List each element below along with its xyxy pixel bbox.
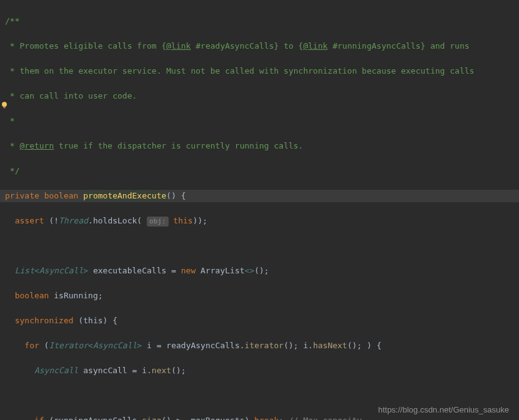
doc-line: */ [0,165,519,177]
code-line [0,389,519,402]
svg-point-0 [2,102,7,107]
param-hint: obj: [147,217,169,227]
code-line: synchronized (this) { [0,315,519,327]
code-line: List<AsyncCall> executableCalls = new Ar… [0,265,519,277]
doc-line: * them on the executor service. Must not… [0,65,519,77]
doc-line: * @return true if the dispatcher is curr… [0,140,519,152]
watermark: https://blog.csdn.net/Genius_sasuke [378,404,509,416]
code-line: assert (!Thread.holdsLock( obj: this)); [0,215,519,227]
doc-line: * [0,115,519,127]
code-editor[interactable]: /** * Promotes eligible calls from {@lin… [0,0,519,420]
code-line: AsyncCall asyncCall = i.next(); [0,364,519,377]
intention-bulb-icon[interactable] [0,101,9,110]
code-line: for (Iterator<AsyncCall> i = readyAsyncC… [0,339,519,352]
code-line: boolean isRunning; [0,290,519,302]
svg-rect-1 [3,107,6,109]
doc-line: * can call into user code. [0,90,519,102]
code-line-declaration: private boolean promoteAndExecute() { [0,190,519,202]
code-line [0,240,519,252]
doc-line: /** [0,15,519,27]
doc-line: * Promotes eligible calls from {@link #r… [0,40,519,52]
